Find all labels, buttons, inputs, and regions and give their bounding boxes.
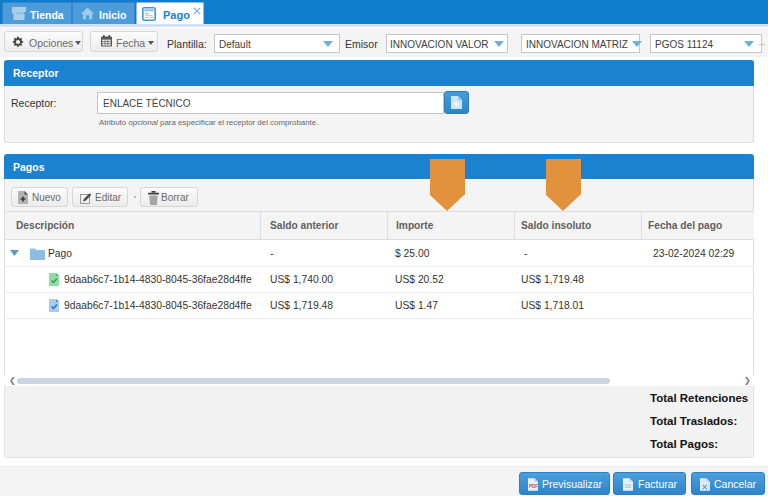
svg-text:PDF: PDF xyxy=(529,484,538,489)
